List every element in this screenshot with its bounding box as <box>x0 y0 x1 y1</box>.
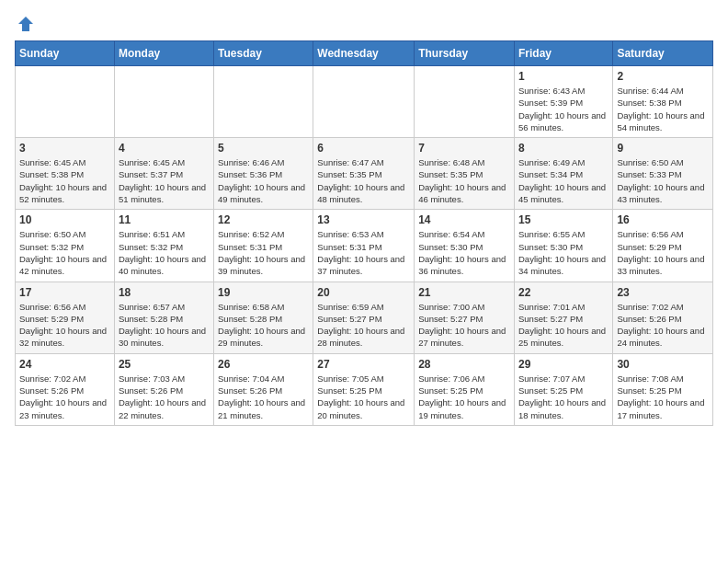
calendar-header-row: SundayMondayTuesdayWednesdayThursdayFrid… <box>16 41 713 66</box>
day-number: 13 <box>317 213 410 226</box>
calendar-cell: 3Sunrise: 6:45 AMSunset: 5:38 PMDaylight… <box>16 138 115 210</box>
day-number: 4 <box>119 142 210 155</box>
weekday-header: Friday <box>514 41 612 66</box>
day-info: Sunrise: 6:51 AMSunset: 5:32 PMDaylight:… <box>119 228 210 277</box>
day-number: 30 <box>617 358 709 371</box>
calendar-cell: 18Sunrise: 6:57 AMSunset: 5:28 PMDayligh… <box>114 282 213 353</box>
day-info: Sunrise: 6:55 AMSunset: 5:30 PMDaylight:… <box>518 228 609 277</box>
calendar-cell: 19Sunrise: 6:58 AMSunset: 5:28 PMDayligh… <box>214 282 313 353</box>
calendar-cell: 7Sunrise: 6:48 AMSunset: 5:35 PMDaylight… <box>415 138 515 210</box>
calendar-cell: 5Sunrise: 6:46 AMSunset: 5:36 PMDaylight… <box>214 138 313 210</box>
calendar-cell: 11Sunrise: 6:51 AMSunset: 5:32 PMDayligh… <box>114 210 213 282</box>
day-info: Sunrise: 6:59 AMSunset: 5:27 PMDaylight:… <box>317 301 410 350</box>
day-info: Sunrise: 6:44 AMSunset: 5:38 PMDaylight:… <box>617 85 709 133</box>
day-number: 5 <box>218 142 309 155</box>
calendar-week-row: 1Sunrise: 6:43 AMSunset: 5:39 PMDaylight… <box>16 66 713 138</box>
svg-marker-0 <box>18 17 33 31</box>
calendar-cell: 6Sunrise: 6:47 AMSunset: 5:35 PMDaylight… <box>313 138 415 210</box>
day-info: Sunrise: 7:07 AMSunset: 5:25 PMDaylight:… <box>518 373 609 421</box>
day-number: 19 <box>218 286 309 299</box>
calendar-cell: 28Sunrise: 7:06 AMSunset: 5:25 PMDayligh… <box>415 353 515 425</box>
calendar-cell: 22Sunrise: 7:01 AMSunset: 5:27 PMDayligh… <box>514 282 612 353</box>
day-info: Sunrise: 7:03 AMSunset: 5:26 PMDaylight:… <box>119 373 210 421</box>
calendar-table: SundayMondayTuesdayWednesdayThursdayFrid… <box>15 40 713 426</box>
calendar-week-row: 10Sunrise: 6:50 AMSunset: 5:32 PMDayligh… <box>16 210 713 282</box>
calendar-cell: 8Sunrise: 6:49 AMSunset: 5:34 PMDaylight… <box>514 138 612 210</box>
calendar-cell: 26Sunrise: 7:04 AMSunset: 5:26 PMDayligh… <box>214 353 313 425</box>
calendar-cell: 14Sunrise: 6:54 AMSunset: 5:30 PMDayligh… <box>415 210 515 282</box>
day-info: Sunrise: 6:52 AMSunset: 5:31 PMDaylight:… <box>218 228 309 277</box>
day-info: Sunrise: 7:00 AMSunset: 5:27 PMDaylight:… <box>418 301 510 350</box>
calendar-cell: 16Sunrise: 6:56 AMSunset: 5:29 PMDayligh… <box>613 210 713 282</box>
day-number: 6 <box>317 142 410 155</box>
day-info: Sunrise: 7:02 AMSunset: 5:26 PMDaylight:… <box>617 301 709 350</box>
day-number: 12 <box>218 213 309 226</box>
day-info: Sunrise: 6:58 AMSunset: 5:28 PMDaylight:… <box>218 301 309 350</box>
day-info: Sunrise: 6:57 AMSunset: 5:28 PMDaylight:… <box>119 301 210 350</box>
calendar-cell <box>313 66 415 138</box>
calendar-cell: 1Sunrise: 6:43 AMSunset: 5:39 PMDaylight… <box>514 66 612 138</box>
logo <box>15 15 35 29</box>
day-info: Sunrise: 6:43 AMSunset: 5:39 PMDaylight:… <box>518 85 609 133</box>
weekday-header: Monday <box>114 41 213 66</box>
day-info: Sunrise: 6:45 AMSunset: 5:37 PMDaylight:… <box>119 156 210 205</box>
calendar-cell: 21Sunrise: 7:00 AMSunset: 5:27 PMDayligh… <box>415 282 515 353</box>
calendar-cell <box>415 66 515 138</box>
day-number: 20 <box>317 286 410 299</box>
day-info: Sunrise: 6:45 AMSunset: 5:38 PMDaylight:… <box>19 156 110 205</box>
day-info: Sunrise: 6:56 AMSunset: 5:29 PMDaylight:… <box>19 301 110 350</box>
day-number: 14 <box>418 213 510 226</box>
day-number: 18 <box>119 286 210 299</box>
day-number: 2 <box>617 70 709 83</box>
day-number: 17 <box>19 286 110 299</box>
day-info: Sunrise: 6:56 AMSunset: 5:29 PMDaylight:… <box>617 228 709 277</box>
day-info: Sunrise: 7:04 AMSunset: 5:26 PMDaylight:… <box>218 373 309 421</box>
calendar-cell: 4Sunrise: 6:45 AMSunset: 5:37 PMDaylight… <box>114 138 213 210</box>
day-info: Sunrise: 6:50 AMSunset: 5:32 PMDaylight:… <box>19 228 110 277</box>
day-info: Sunrise: 6:54 AMSunset: 5:30 PMDaylight:… <box>418 228 510 277</box>
day-number: 21 <box>418 286 510 299</box>
day-number: 10 <box>19 213 110 226</box>
weekday-header: Saturday <box>613 41 713 66</box>
day-number: 1 <box>518 70 609 83</box>
day-info: Sunrise: 7:05 AMSunset: 5:25 PMDaylight:… <box>317 373 410 421</box>
day-info: Sunrise: 6:50 AMSunset: 5:33 PMDaylight:… <box>617 156 709 205</box>
calendar-week-row: 24Sunrise: 7:02 AMSunset: 5:26 PMDayligh… <box>16 353 713 425</box>
calendar-cell: 27Sunrise: 7:05 AMSunset: 5:25 PMDayligh… <box>313 353 415 425</box>
calendar-cell <box>16 66 115 138</box>
calendar-cell: 25Sunrise: 7:03 AMSunset: 5:26 PMDayligh… <box>114 353 213 425</box>
calendar-cell: 15Sunrise: 6:55 AMSunset: 5:30 PMDayligh… <box>514 210 612 282</box>
page-header <box>15 15 713 29</box>
calendar-cell: 20Sunrise: 6:59 AMSunset: 5:27 PMDayligh… <box>313 282 415 353</box>
weekday-header: Tuesday <box>214 41 313 66</box>
day-info: Sunrise: 7:01 AMSunset: 5:27 PMDaylight:… <box>518 301 609 350</box>
day-number: 27 <box>317 358 410 371</box>
calendar-cell: 17Sunrise: 6:56 AMSunset: 5:29 PMDayligh… <box>16 282 115 353</box>
day-info: Sunrise: 7:06 AMSunset: 5:25 PMDaylight:… <box>418 373 510 421</box>
day-number: 7 <box>418 142 510 155</box>
day-number: 28 <box>418 358 510 371</box>
day-number: 3 <box>19 142 110 155</box>
calendar-cell: 29Sunrise: 7:07 AMSunset: 5:25 PMDayligh… <box>514 353 612 425</box>
logo-icon <box>17 15 35 33</box>
calendar-cell: 10Sunrise: 6:50 AMSunset: 5:32 PMDayligh… <box>16 210 115 282</box>
day-info: Sunrise: 6:49 AMSunset: 5:34 PMDaylight:… <box>518 156 609 205</box>
calendar-cell: 13Sunrise: 6:53 AMSunset: 5:31 PMDayligh… <box>313 210 415 282</box>
calendar-cell: 24Sunrise: 7:02 AMSunset: 5:26 PMDayligh… <box>16 353 115 425</box>
day-info: Sunrise: 6:47 AMSunset: 5:35 PMDaylight:… <box>317 156 410 205</box>
day-info: Sunrise: 7:02 AMSunset: 5:26 PMDaylight:… <box>19 373 110 421</box>
calendar-cell <box>114 66 213 138</box>
day-number: 16 <box>617 213 709 226</box>
calendar-cell: 30Sunrise: 7:08 AMSunset: 5:25 PMDayligh… <box>613 353 713 425</box>
day-number: 11 <box>119 213 210 226</box>
calendar-week-row: 17Sunrise: 6:56 AMSunset: 5:29 PMDayligh… <box>16 282 713 353</box>
day-number: 15 <box>518 213 609 226</box>
calendar-cell: 12Sunrise: 6:52 AMSunset: 5:31 PMDayligh… <box>214 210 313 282</box>
calendar-week-row: 3Sunrise: 6:45 AMSunset: 5:38 PMDaylight… <box>16 138 713 210</box>
day-info: Sunrise: 6:46 AMSunset: 5:36 PMDaylight:… <box>218 156 309 205</box>
day-info: Sunrise: 6:48 AMSunset: 5:35 PMDaylight:… <box>418 156 510 205</box>
day-number: 9 <box>617 142 709 155</box>
day-number: 23 <box>617 286 709 299</box>
day-number: 8 <box>518 142 609 155</box>
day-number: 22 <box>518 286 609 299</box>
